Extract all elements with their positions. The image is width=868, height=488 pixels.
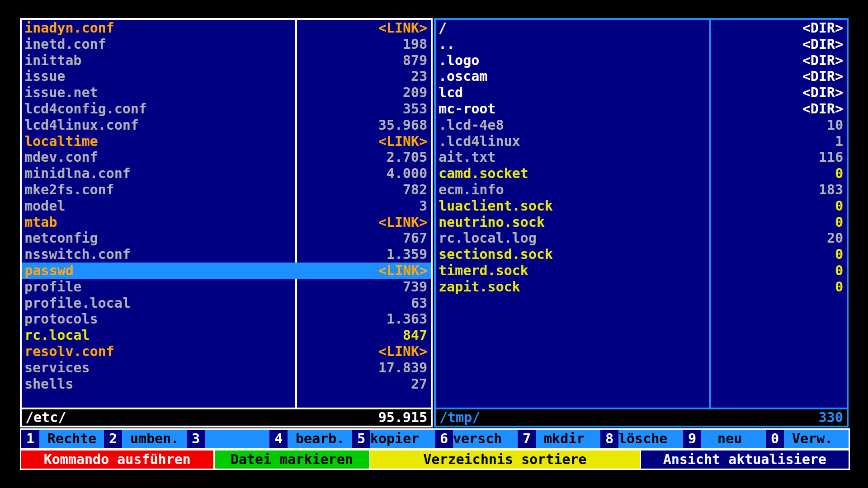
file-size: 0 [708,246,847,263]
file-row[interactable]: camd.socket 0 [436,165,847,182]
file-row[interactable]: profile 739 [22,279,431,295]
file-row[interactable]: issue.net 209 [22,84,431,101]
file-row[interactable]: resolv.conf <LINK> [22,343,431,360]
file-row[interactable]: inadyn.conf <LINK> [22,20,431,36]
file-size: 1.359 [292,246,431,263]
function-key-item[interactable]: 3 [187,430,269,448]
color-button-label: Verzeichnis sortiere [423,450,586,469]
file-row[interactable]: ait.txt 116 [436,149,847,165]
file-row[interactable]: timerd.sock 0 [436,263,847,279]
file-row[interactable]: lcd <DIR> [436,84,847,101]
file-row[interactable]: mtab <LINK> [22,214,431,230]
file-name: neutrino.sock [436,214,708,230]
file-row[interactable]: protocols 1.363 [22,311,431,327]
file-name: .lcd-4e8 [436,117,708,133]
file-row[interactable]: rc.local 847 [22,327,431,343]
function-key-item[interactable]: 9 neu [683,430,766,448]
file-size: 23 [292,68,431,84]
file-row[interactable]: inetd.conf 198 [22,36,431,52]
file-row[interactable]: localtime <LINK> [22,133,431,150]
file-row[interactable]: inittab 879 [22,52,431,69]
remote-color-button-bar: Kommando ausführen Datei markieren Verze… [20,449,850,470]
file-row[interactable]: .. <DIR> [436,36,847,52]
function-key-item[interactable]: 7 mkdir [518,430,600,448]
file-size: 1.363 [292,311,431,327]
function-key-number: 8 [600,430,618,448]
function-key-item[interactable]: 8 lösche [600,430,683,448]
file-row[interactable]: sectionsd.sock 0 [436,246,847,263]
file-name: inadyn.conf [22,20,292,36]
file-size: 0 [708,214,847,230]
current-path: /etc/ [25,409,66,426]
file-row[interactable]: services 17.839 [22,360,431,376]
file-size: 198 [292,36,431,52]
function-key-item[interactable]: 0 Verw. [766,430,849,448]
file-name: nsswitch.conf [22,246,292,263]
file-row[interactable]: lcd4linux.conf 35.968 [22,117,431,133]
file-size: 353 [292,101,431,117]
file-row[interactable]: .oscam <DIR> [436,68,847,84]
file-size: 767 [292,230,431,246]
function-key-label: umben. [122,430,179,448]
file-row[interactable]: nsswitch.conf 1.359 [22,246,431,263]
file-size: 0 [708,198,847,214]
file-size: 739 [292,279,431,295]
file-size: 27 [292,376,431,392]
file-size: 879 [292,52,431,69]
current-path: /tmp/ [439,409,480,426]
file-name: resolv.conf [22,343,292,360]
function-key-item[interactable]: 4 bearb. [269,430,352,448]
file-panel-left: inadyn.conf <LINK> inetd.conf 198 initta… [20,18,433,427]
file-row[interactable]: .logo <DIR> [436,52,847,69]
file-row[interactable]: minidlna.conf 4.000 [22,165,431,182]
file-name: .logo [436,52,708,69]
file-row[interactable]: mdev.conf 2.705 [22,149,431,165]
file-name: luaclient.sock [436,198,708,214]
file-name: mke2fs.conf [22,182,292,198]
file-row[interactable]: passwd <LINK> [22,263,431,279]
color-button[interactable]: Datei markieren [213,450,369,469]
color-button[interactable]: Verzeichnis sortiere [369,450,639,469]
file-row[interactable]: neutrino.sock 0 [436,214,847,230]
file-name: rc.local [22,327,292,343]
function-key-number: 1 [21,430,39,448]
file-row[interactable]: mke2fs.conf 782 [22,182,431,198]
function-key-item[interactable]: 6 versch [435,430,518,448]
file-list-right: / <DIR> .. <DIR> .logo <DIR> .oscam <DIR… [436,20,847,408]
file-row[interactable]: netconfig 767 [22,230,431,246]
file-row[interactable]: ecm.info 183 [436,182,847,198]
directory-total-size: 330 [819,409,843,426]
file-row[interactable]: / <DIR> [436,20,847,36]
file-row[interactable]: profile.local 63 [22,295,431,311]
file-size: 209 [292,84,431,101]
color-button[interactable]: Ansicht aktualisiere [640,450,849,469]
file-row[interactable]: issue 23 [22,68,431,84]
function-key-item[interactable]: 5 kopier [352,430,435,448]
file-size: 35.968 [292,117,431,133]
function-key-label: mkdir [536,430,585,448]
file-row[interactable]: luaclient.sock 0 [436,198,847,214]
file-size: 0 [708,263,847,279]
file-name: .lcd4linux [436,133,708,150]
file-row[interactable]: rc.local.log 20 [436,230,847,246]
function-key-label: kopier [370,430,419,448]
file-size: <LINK> [292,263,431,279]
file-size: 116 [708,149,847,165]
file-size: 63 [292,295,431,311]
file-row[interactable]: zapit.sock 0 [436,279,847,295]
file-size: <LINK> [292,214,431,230]
function-key-label: lösche [618,430,667,448]
file-row[interactable]: model 3 [22,198,431,214]
file-row[interactable]: .lcd4linux 1 [436,133,847,150]
file-row[interactable]: mc-root <DIR> [436,101,847,117]
function-key-number: 4 [269,430,288,448]
color-button[interactable]: Kommando ausführen [21,450,213,469]
file-row[interactable]: .lcd-4e8 10 [436,117,847,133]
file-row[interactable]: lcd4config.conf 353 [22,101,431,117]
column-divider [295,20,297,408]
file-row[interactable]: shells 27 [22,376,431,392]
function-key-item[interactable]: 2 umben. [104,430,187,448]
function-key-item[interactable]: 1 Rechte [21,430,104,448]
function-key-number: 9 [683,430,701,448]
file-name: localtime [22,133,292,150]
